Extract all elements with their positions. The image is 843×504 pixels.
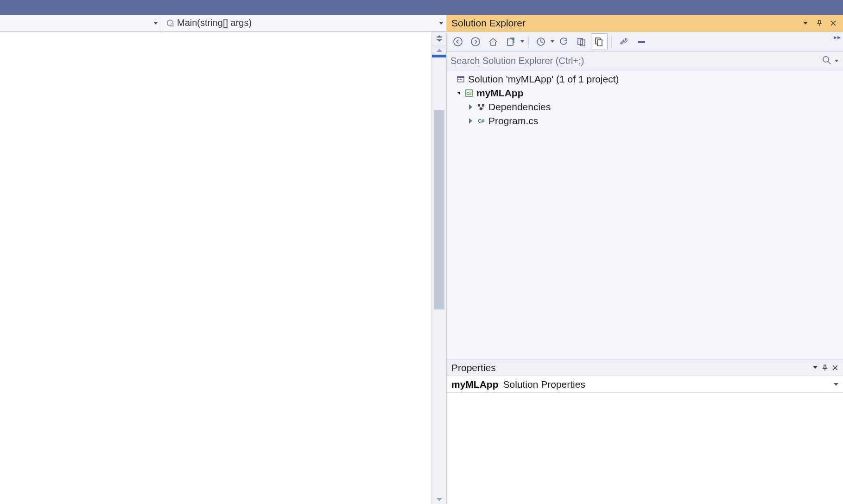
- properties-object-selector[interactable]: myMLApp Solution Properties: [447, 376, 843, 393]
- scroll-track[interactable]: [432, 55, 446, 495]
- csharp-file-icon: C#: [476, 116, 486, 126]
- search-icon[interactable]: [822, 55, 832, 67]
- svg-rect-12: [457, 76, 464, 78]
- method-icon: [166, 19, 174, 27]
- switch-views-button[interactable]: [502, 33, 519, 50]
- chevron-down-icon: [834, 383, 838, 386]
- toolbar-separator: [528, 36, 529, 48]
- scroll-up-button[interactable]: [432, 45, 446, 55]
- titlebar: [0, 0, 843, 15]
- tree-node-program-cs[interactable]: C# Program.cs: [447, 114, 843, 128]
- tree-node-dependencies[interactable]: Dependencies: [447, 100, 843, 114]
- program-label: Program.cs: [488, 115, 538, 126]
- switch-views-dropdown[interactable]: [520, 40, 525, 43]
- svg-point-2: [471, 38, 480, 46]
- svg-rect-14: [460, 79, 462, 80]
- properties-button[interactable]: [615, 33, 632, 50]
- split-handle-icon[interactable]: [432, 32, 446, 45]
- properties-grid[interactable]: [447, 393, 843, 504]
- svg-rect-19: [480, 107, 482, 110]
- editor-column: Main(string[] args): [0, 15, 447, 504]
- pending-changes-filter-button[interactable]: [532, 33, 549, 50]
- properties-object-name: myMLApp: [451, 379, 499, 390]
- window-position-dropdown-icon[interactable]: [800, 18, 811, 28]
- toolbar-separator: [611, 36, 612, 48]
- svg-point-10: [823, 57, 829, 62]
- solution-explorer-titlebar: Solution Explorer: [447, 15, 843, 32]
- expander-open-icon[interactable]: [455, 90, 462, 96]
- pending-changes-dropdown[interactable]: [550, 40, 555, 43]
- pin-icon[interactable]: [814, 18, 824, 28]
- scroll-down-button[interactable]: [432, 495, 446, 504]
- scroll-marker: [432, 55, 446, 57]
- show-all-files-button[interactable]: [591, 33, 608, 50]
- svg-text:C#: C#: [478, 119, 484, 124]
- sync-active-document-button[interactable]: [556, 33, 572, 50]
- scroll-thumb[interactable]: [434, 110, 444, 309]
- svg-rect-18: [482, 104, 484, 107]
- properties-object-desc: Solution Properties: [503, 379, 585, 390]
- code-navigator-bar: Main(string[] args): [0, 15, 446, 32]
- window-position-dropdown-icon[interactable]: [812, 364, 818, 372]
- member-label: Main(string[] args): [177, 18, 252, 28]
- properties-titlebar: Properties: [447, 359, 843, 376]
- refresh-button[interactable]: [573, 33, 590, 50]
- svg-rect-9: [638, 41, 645, 43]
- tree-node-project[interactable]: C# myMLApp: [447, 86, 843, 100]
- csharp-project-icon: C#: [464, 88, 474, 98]
- code-navigator-member-dropdown[interactable]: Main(string[] args): [162, 15, 446, 31]
- tree-node-solution[interactable]: Solution 'myMLApp' (1 of 1 project): [447, 72, 843, 86]
- dependencies-label: Dependencies: [488, 101, 551, 113]
- forward-button[interactable]: [467, 33, 484, 50]
- expander-closed-icon[interactable]: [467, 118, 474, 124]
- svg-rect-8: [597, 40, 602, 46]
- close-icon[interactable]: [828, 18, 838, 28]
- chevron-down-icon: [153, 22, 158, 25]
- svg-point-1: [454, 38, 462, 46]
- project-label: myMLApp: [476, 88, 524, 99]
- back-button[interactable]: [450, 33, 466, 50]
- solution-explorer-title: Solution Explorer: [451, 18, 797, 29]
- code-navigator-scope-dropdown[interactable]: [0, 15, 162, 31]
- home-button[interactable]: [485, 33, 501, 50]
- solution-label: Solution 'myMLApp' (1 of 1 project): [468, 74, 619, 85]
- solution-explorer-search-row: [447, 52, 843, 70]
- editor-vertical-scrollbar[interactable]: [431, 32, 446, 504]
- toolbar-overflow-icon[interactable]: ▸▸: [834, 33, 841, 41]
- solution-explorer-tree[interactable]: Solution 'myMLApp' (1 of 1 project) C# m…: [447, 70, 843, 359]
- preview-selected-items-button[interactable]: [633, 33, 650, 50]
- chevron-down-icon: [439, 22, 444, 25]
- close-icon[interactable]: [832, 365, 838, 371]
- svg-text:C#: C#: [466, 91, 472, 96]
- svg-rect-13: [458, 79, 460, 80]
- search-options-dropdown[interactable]: [835, 60, 839, 62]
- code-editor-canvas[interactable]: [0, 32, 431, 504]
- svg-rect-17: [478, 104, 480, 107]
- properties-title: Properties: [451, 362, 809, 373]
- search-input[interactable]: [450, 56, 819, 66]
- pin-icon[interactable]: [822, 365, 828, 371]
- dependencies-icon: [476, 102, 486, 112]
- solution-explorer-toolbar: ▸▸: [447, 32, 843, 52]
- expander-closed-icon[interactable]: [467, 104, 474, 110]
- solution-icon: [456, 75, 465, 84]
